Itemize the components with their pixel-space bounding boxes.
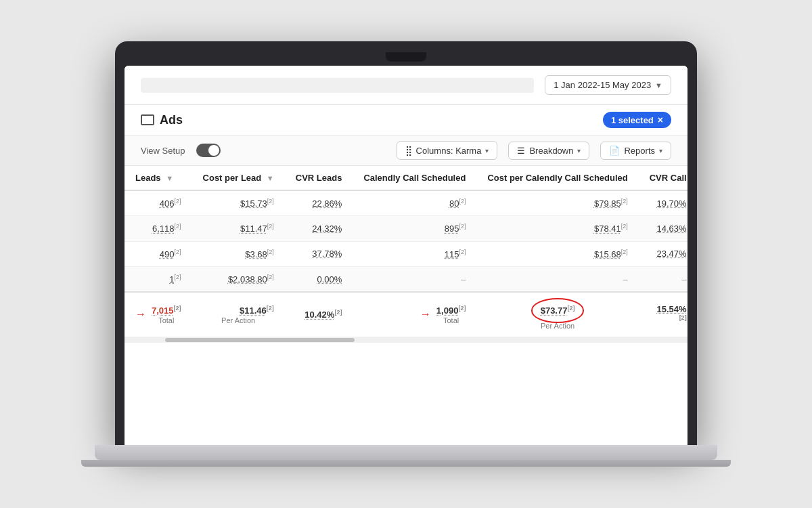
cell-cvr-1: 22.86% xyxy=(285,190,353,216)
cell-cpl-2: $11.47[2] xyxy=(192,216,285,241)
columns-icon: ⣿ xyxy=(405,145,412,156)
cell-calendly-4: – xyxy=(353,266,476,292)
breakdown-button[interactable]: ☰ Breakdown ▾ xyxy=(508,142,589,160)
laptop-foot xyxy=(81,460,731,467)
cell-cost-calendly-1: $79.85[2] xyxy=(476,190,638,216)
table-row: 1[2] $2,038.80[2] 0.00% – xyxy=(125,266,687,292)
cell-calendly-3: 115[2] xyxy=(353,241,476,266)
cell-cvr-call-2: 14.63% xyxy=(639,216,687,241)
ads-label: Ads xyxy=(160,113,183,127)
search-bar-placeholder xyxy=(141,78,534,93)
close-icon[interactable]: × xyxy=(658,114,663,125)
view-setup-toggle[interactable] xyxy=(196,144,221,157)
cell-total-cvr-call: 15.54%[2] xyxy=(639,292,687,337)
table-total-row: → 7,015[2] Total $11.46[2] xyxy=(125,292,687,337)
data-table-wrapper: Leads ▼ Cost per Lead ▼ CVR Leads xyxy=(125,166,687,337)
data-table: Leads ▼ Cost per Lead ▼ CVR Leads xyxy=(125,166,687,337)
reports-label: Reports xyxy=(624,146,655,156)
breakdown-icon: ☰ xyxy=(517,146,525,156)
breakdown-chevron: ▾ xyxy=(577,147,581,154)
cell-leads-3: 490[2] xyxy=(125,241,192,266)
date-range-chevron: ▼ xyxy=(655,81,662,89)
table-row: 406[2] $15.73[2] 22.86% 80[2] xyxy=(125,190,687,216)
reports-button[interactable]: 📄 Reports ▾ xyxy=(600,142,671,160)
camera-notch xyxy=(386,52,426,62)
cell-total-leads: → 7,015[2] Total xyxy=(125,292,192,337)
cell-leads-1: 406[2] xyxy=(125,190,192,216)
col-header-cost-calendly[interactable]: Cost per Calendly Call Scheduled xyxy=(476,166,638,190)
laptop-screen-shell: 1 Jan 2022-15 May 2023 ▼ Ads 1 selected … xyxy=(115,41,697,445)
cell-total-cpl: $11.46[2] Per Action xyxy=(192,292,285,337)
selected-count: 1 selected xyxy=(611,115,654,125)
cell-total-calendly: → 1,090[2] Total xyxy=(353,292,476,337)
top-bar: 1 Jan 2022-15 May 2023 ▼ xyxy=(125,66,687,105)
table-header-row: Leads ▼ Cost per Lead ▼ CVR Leads xyxy=(125,166,687,190)
ads-icon xyxy=(141,114,154,125)
laptop-screen: 1 Jan 2022-15 May 2023 ▼ Ads 1 selected … xyxy=(125,66,687,445)
leads-arrow-icon: → xyxy=(135,308,146,320)
date-range-text: 1 Jan 2022-15 May 2023 xyxy=(554,80,651,90)
view-setup-label: View Setup xyxy=(141,146,185,156)
cell-cvr-call-3: 23.47% xyxy=(639,241,687,266)
col-header-cvr-call[interactable]: CVR Call xyxy=(639,166,687,190)
view-controls: View Setup ⣿ Columns: Karma ▾ ☰ Breakdow… xyxy=(125,135,687,166)
cell-cvr-call-1: 19.70% xyxy=(639,190,687,216)
sort-icon-cpl: ▼ xyxy=(267,174,274,182)
sort-icon-leads: ▼ xyxy=(166,174,173,182)
cell-cost-calendly-4: – xyxy=(476,266,638,292)
cell-cpl-4: $2,038.80[2] xyxy=(192,266,285,292)
col-header-leads[interactable]: Leads ▼ xyxy=(125,166,192,190)
ads-toolbar: Ads 1 selected × xyxy=(125,105,687,135)
calendly-arrow-icon: → xyxy=(420,308,431,320)
selected-badge[interactable]: 1 selected × xyxy=(603,112,671,128)
col-header-cpl[interactable]: Cost per Lead ▼ xyxy=(192,166,285,190)
cell-cpl-1: $15.73[2] xyxy=(192,190,285,216)
columns-label: Columns: Karma xyxy=(416,146,482,156)
cell-cvr-2: 24.32% xyxy=(285,216,353,241)
ads-title: Ads xyxy=(141,113,183,127)
cell-total-cost-calendly: $73.77[2] Per Action xyxy=(476,292,638,337)
notch-bar xyxy=(125,51,687,63)
reports-chevron: ▾ xyxy=(659,147,662,154)
circle-highlight: $73.77[2] xyxy=(541,305,575,316)
cell-calendly-2: 895[2] xyxy=(353,216,476,241)
cell-cpl-3: $3.68[2] xyxy=(192,241,285,266)
cell-cvr-3: 37.78% xyxy=(285,241,353,266)
screen-content: 1 Jan 2022-15 May 2023 ▼ Ads 1 selected … xyxy=(125,66,687,445)
table-row: 490[2] $3.68[2] 37.78% 115[2] xyxy=(125,241,687,266)
date-range-button[interactable]: 1 Jan 2022-15 May 2023 ▼ xyxy=(545,75,671,95)
cell-calendly-1: 80[2] xyxy=(353,190,476,216)
laptop-container: 1 Jan 2022-15 May 2023 ▼ Ads 1 selected … xyxy=(115,41,697,467)
col-header-calendly[interactable]: Calendly Call Scheduled xyxy=(353,166,476,190)
columns-chevron: ▾ xyxy=(485,147,489,154)
table-row: 6,118[2] $11.47[2] 24.32% 895[2] xyxy=(125,216,687,241)
reports-icon: 📄 xyxy=(609,146,620,156)
cell-total-cvr-leads: 10.42%[2] xyxy=(285,292,353,337)
horizontal-scrollbar[interactable] xyxy=(125,337,687,343)
scrollbar-thumb[interactable] xyxy=(165,338,355,342)
laptop-base xyxy=(95,445,717,460)
cell-cost-calendly-3: $15.68[2] xyxy=(476,241,638,266)
cell-cvr-call-4: – xyxy=(639,266,687,292)
breakdown-label: Breakdown xyxy=(529,146,573,156)
cell-cvr-4: 0.00% xyxy=(285,266,353,292)
columns-button[interactable]: ⣿ Columns: Karma ▾ xyxy=(397,141,498,160)
cell-leads-4: 1[2] xyxy=(125,266,192,292)
cell-leads-2: 6,118[2] xyxy=(125,216,192,241)
col-header-cvr-leads[interactable]: CVR Leads xyxy=(285,166,353,190)
cell-cost-calendly-2: $78.41[2] xyxy=(476,216,638,241)
